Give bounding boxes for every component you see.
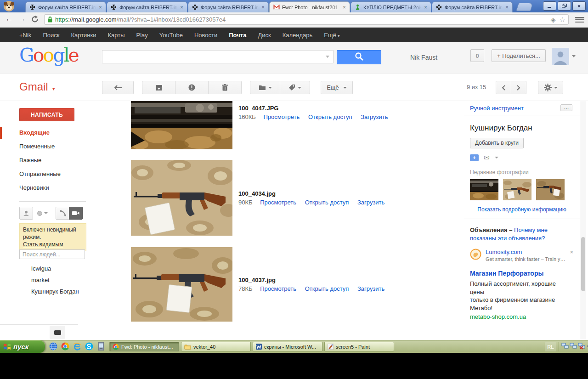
globe-icon[interactable]: [49, 342, 58, 351]
browser-tab-active[interactable]: Fwd: Photo - nikfaust201 ×: [269, 1, 350, 12]
show-details-link[interactable]: Показать подробную информацию: [464, 206, 580, 213]
nav-item-play[interactable]: Play: [136, 32, 148, 39]
view-link[interactable]: Просмотреть: [260, 199, 296, 206]
photo-thumbnail[interactable]: [536, 179, 565, 200]
nav-item-drive[interactable]: Диск: [258, 32, 271, 39]
bookmark-star-icon[interactable]: ☆: [560, 16, 565, 24]
sidebar-item-important[interactable]: Важные: [0, 153, 94, 167]
nav-item-calendar[interactable]: Календарь: [283, 32, 313, 39]
chat-add-icon[interactable]: +: [470, 154, 479, 161]
download-link[interactable]: Загрузить: [361, 113, 388, 120]
nav-item-plus-nik[interactable]: +Nik: [19, 32, 31, 39]
ad-lumosity[interactable]: Lumosity.com Get smarter, think faster –…: [470, 249, 573, 262]
skype-icon[interactable]: [85, 342, 94, 351]
ad-close-icon[interactable]: ×: [570, 249, 573, 255]
more-button[interactable]: Ещё: [321, 81, 353, 94]
browser-tab[interactable]: КУПЛЮ ПРЕДМЕТЫ 2ой ×: [351, 1, 431, 12]
url-bar[interactable]: https://mail.google.com/mail/?shva=1#inb…: [44, 14, 569, 25]
sidebar-item-inbox[interactable]: Входящие: [0, 126, 94, 140]
ad-url-link[interactable]: metabo-shop.com.ua: [470, 313, 573, 321]
search-input[interactable]: [102, 50, 334, 63]
nav-item-search[interactable]: Поиск: [43, 32, 59, 39]
download-link[interactable]: Загрузить: [357, 199, 384, 206]
notifications-button[interactable]: 0: [470, 49, 484, 62]
new-tab-button[interactable]: [516, 3, 533, 11]
download-link[interactable]: Загрузить: [357, 285, 384, 292]
gmail-logo[interactable]: Gmail ▾: [19, 80, 55, 93]
chrome-icon[interactable]: [61, 342, 70, 351]
tab-close-icon[interactable]: ×: [342, 5, 346, 10]
ad-title-link[interactable]: Магазин Перфораторы: [470, 269, 573, 278]
archive-button[interactable]: [142, 81, 175, 94]
tab-close-icon[interactable]: ×: [180, 5, 184, 10]
language-indicator[interactable]: RL: [545, 342, 556, 351]
nav-item-mail[interactable]: Почта: [229, 32, 246, 39]
network-disconnected-icon[interactable]: [578, 342, 585, 351]
chat-profile-button[interactable]: [19, 207, 33, 220]
spam-button[interactable]: [175, 81, 209, 94]
account-chevron-down-icon[interactable]: [572, 55, 576, 57]
close-button[interactable]: ×: [572, 1, 586, 11]
contact-item[interactable]: market: [0, 274, 94, 286]
view-link[interactable]: Просмотреть: [260, 285, 296, 292]
photo-thumbnail[interactable]: [503, 179, 531, 200]
people-search-input[interactable]: [19, 249, 85, 259]
share-link[interactable]: Открыть доступ: [305, 285, 349, 292]
nav-item-maps[interactable]: Карты: [108, 32, 125, 39]
contact-item[interactable]: Кушнирук Богдан: [0, 286, 94, 297]
user-name[interactable]: Nik Faust: [410, 54, 437, 61]
task-button-chrome[interactable]: Fwd: Photo - nikfaust...: [109, 342, 179, 351]
search-button[interactable]: [337, 50, 381, 64]
back-icon[interactable]: ←: [4, 14, 15, 23]
restore-button[interactable]: [558, 1, 571, 11]
scrollbar-thumb[interactable]: [581, 237, 585, 291]
sidebar-item-sent[interactable]: Отправленные: [0, 167, 94, 181]
nav-item-youtube[interactable]: YouTube: [159, 32, 183, 39]
chevron-down-icon[interactable]: [495, 157, 498, 158]
share-button[interactable]: + Поделиться...: [492, 49, 546, 62]
chevron-down-icon[interactable]: [44, 212, 48, 214]
photo-thumbnail[interactable]: [470, 179, 498, 200]
nav-item-more[interactable]: Ещё▾: [324, 32, 339, 39]
add-to-circles-button[interactable]: Добавить в круги: [470, 138, 524, 148]
task-button-folder[interactable]: vektor_40: [181, 342, 251, 351]
network-icon[interactable]: [561, 342, 569, 351]
browser-tab[interactable]: Форум сайта REIBERT.inf ×: [432, 1, 513, 12]
avatar[interactable]: [552, 48, 569, 65]
settings-button[interactable]: [538, 81, 563, 94]
tab-close-icon[interactable]: ×: [261, 5, 265, 10]
ad-title-link[interactable]: Lumosity.com: [486, 249, 565, 255]
widget-menu-button[interactable]: …: [560, 104, 572, 111]
extension-icon[interactable]: ◈: [551, 16, 556, 23]
chrome-menu-icon[interactable]: [575, 16, 584, 23]
sidebar-item-starred[interactable]: Помеченные: [0, 140, 94, 153]
contact-item[interactable]: lcwlgua: [0, 263, 94, 274]
reload-icon[interactable]: [29, 16, 40, 23]
attachment-image-1[interactable]: [131, 101, 232, 149]
nav-item-news[interactable]: Новости: [194, 32, 217, 39]
profile-dog-icon[interactable]: [3, 0, 15, 12]
volume-icon[interactable]: [586, 343, 588, 351]
become-visible-link[interactable]: Стать видимым: [23, 241, 63, 248]
ad-metabo[interactable]: Магазин Перфораторы Полный ассортимент, …: [470, 269, 573, 321]
labels-button[interactable]: [280, 81, 310, 94]
older-button[interactable]: [511, 81, 526, 94]
email-envelope-icon[interactable]: ✉: [484, 153, 490, 162]
task-button-paint[interactable]: screen5 - Paint: [324, 342, 394, 351]
network-icon[interactable]: [570, 342, 577, 351]
google-logo[interactable]: Google: [19, 44, 78, 66]
share-link[interactable]: Открыть доступ: [305, 199, 349, 206]
tab-close-icon[interactable]: ×: [505, 5, 509, 10]
tab-close-icon[interactable]: ×: [98, 5, 102, 10]
browser-tab[interactable]: Форум сайта REIBERT.inf ×: [188, 1, 269, 12]
pda-icon[interactable]: [96, 342, 106, 351]
view-link[interactable]: Просмотреть: [263, 113, 300, 120]
tab-close-icon[interactable]: ×: [424, 5, 428, 10]
compose-button[interactable]: НАПИСАТЬ: [19, 108, 74, 121]
chat-toggle-button[interactable]: [50, 326, 65, 339]
search-dropdown-icon[interactable]: [326, 56, 329, 58]
internet-explorer-icon[interactable]: [73, 342, 82, 351]
browser-tab[interactable]: Форум сайта REIBERT.inf ×: [107, 1, 187, 12]
browser-tab[interactable]: Форум сайта REIBERT.inf ×: [25, 1, 106, 12]
attachment-image-2[interactable]: [131, 160, 232, 236]
